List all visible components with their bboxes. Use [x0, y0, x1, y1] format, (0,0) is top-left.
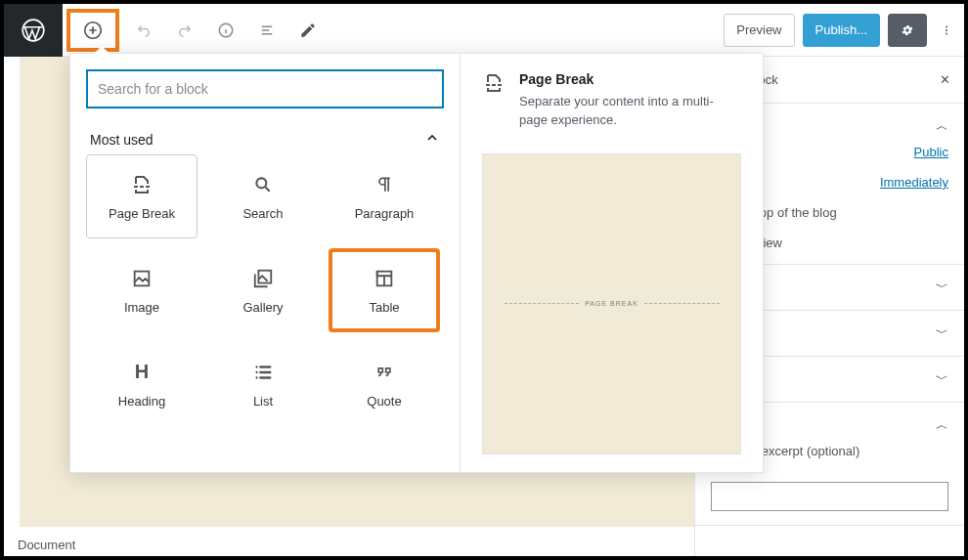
- app-frame: Preview Publish... nt Block ✕ .visibilit…: [0, 0, 968, 560]
- chevron-up-icon: ︿: [936, 416, 948, 434]
- outline-icon[interactable]: [258, 22, 276, 39]
- svg-point-5: [946, 32, 947, 34]
- block-grid: Page Break Search Paragraph Image Galler…: [86, 154, 444, 426]
- svg-point-4: [946, 29, 947, 31]
- add-block-button[interactable]: [66, 9, 119, 52]
- page-break-indicator: PAGE BREAK: [505, 300, 720, 307]
- block-quote[interactable]: Quote: [329, 342, 440, 426]
- block-inserter-popover: Most used Page Break Search Paragraph: [69, 53, 764, 473]
- preview-description: Separate your content into a multi-page …: [519, 93, 741, 130]
- sidebar-close-icon[interactable]: ✕: [926, 72, 964, 87]
- chevron-down-icon: ﹀: [936, 279, 948, 296]
- toolbar-actions: [135, 22, 317, 39]
- status-bar: Document: [4, 533, 694, 556]
- block-label: Quote: [367, 394, 401, 409]
- info-icon[interactable]: [217, 22, 235, 39]
- block-label: List: [253, 394, 273, 409]
- block-label: Table: [369, 300, 399, 315]
- inserter-preview: Page Break Separate your content into a …: [460, 54, 763, 472]
- paragraph-icon: [374, 173, 394, 196]
- svg-rect-7: [135, 271, 150, 285]
- preview-title: Page Break: [519, 71, 741, 87]
- top-toolbar: Preview Publish...: [4, 4, 964, 57]
- page-break-icon: [130, 173, 154, 196]
- chevron-up-icon: ︿: [936, 117, 948, 135]
- publish-button[interactable]: Publish...: [803, 14, 880, 47]
- list-icon: [252, 361, 274, 384]
- image-icon: [131, 267, 153, 290]
- block-label: Search: [242, 206, 283, 221]
- chevron-down-icon: ﹀: [936, 324, 948, 342]
- block-heading[interactable]: H Heading: [86, 342, 198, 426]
- block-page-break[interactable]: Page Break: [86, 154, 198, 238]
- search-input[interactable]: [86, 69, 444, 108]
- preview-canvas: PAGE BREAK: [482, 153, 741, 454]
- block-label: Paragraph: [355, 206, 415, 221]
- block-label: Image: [124, 300, 159, 315]
- block-label: Heading: [118, 394, 165, 409]
- wordpress-logo[interactable]: [4, 4, 63, 57]
- category-label: Most used: [90, 132, 154, 148]
- block-list[interactable]: List: [207, 342, 319, 426]
- block-gallery[interactable]: Gallery: [207, 248, 319, 332]
- gallery-icon: [252, 267, 274, 290]
- block-search[interactable]: Search: [207, 154, 319, 238]
- category-header[interactable]: Most used: [90, 130, 440, 149]
- more-menu-button[interactable]: [929, 14, 964, 47]
- preview-button[interactable]: Preview: [724, 14, 794, 47]
- block-label: Gallery: [242, 300, 283, 315]
- settings-button[interactable]: [888, 14, 927, 47]
- inserter-library: Most used Page Break Search Paragraph: [70, 54, 460, 472]
- chevron-down-icon: ﹀: [936, 370, 948, 388]
- block-paragraph[interactable]: Paragraph: [329, 154, 440, 238]
- redo-icon[interactable]: [176, 22, 194, 39]
- quote-icon: [373, 361, 396, 384]
- heading-icon: H: [135, 361, 149, 384]
- excerpt-input[interactable]: [711, 482, 948, 511]
- table-icon: [374, 267, 395, 290]
- block-image[interactable]: Image: [86, 248, 198, 332]
- edit-icon[interactable]: [299, 22, 317, 39]
- svg-point-6: [256, 178, 266, 188]
- chevron-up-icon: [424, 130, 440, 149]
- undo-icon[interactable]: [135, 22, 153, 39]
- block-label: Page Break: [109, 206, 175, 221]
- block-table[interactable]: Table: [329, 248, 440, 332]
- search-icon: [253, 173, 273, 196]
- page-break-icon: [482, 71, 506, 130]
- svg-point-3: [946, 25, 947, 27]
